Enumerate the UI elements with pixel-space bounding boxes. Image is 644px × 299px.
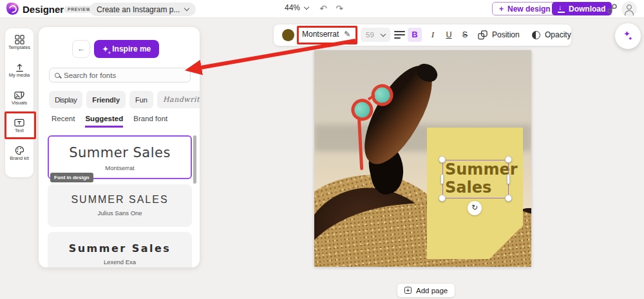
sidebar-item-my-media[interactable]: My media: [5, 63, 33, 88]
text-toolbar: Montserrat ✎ 59 B I U S Position Opacity: [274, 24, 571, 46]
tab-suggested[interactable]: Suggested: [85, 115, 123, 128]
resize-handle-e[interactable]: [507, 174, 510, 184]
resize-handle-w[interactable]: [440, 174, 444, 184]
redo-button[interactable]: ↷: [333, 2, 346, 15]
designer-logo-icon: [6, 3, 19, 15]
font-size-select[interactable]: 59: [361, 28, 390, 42]
top-bar: Designer PREVIEW Create an Instagram p..…: [0, 0, 644, 18]
chip-fun[interactable]: Fun: [129, 91, 153, 108]
chevron-down-icon: [184, 6, 189, 11]
design-canvas-page[interactable]: Summer Sales ↻: [314, 50, 531, 267]
strikethrough-button[interactable]: S: [458, 28, 472, 42]
document-title: Create an Instagram p...: [97, 5, 180, 14]
position-icon: [478, 30, 488, 40]
font-sample: Summer Sales: [48, 242, 192, 255]
tab-brand-font[interactable]: Brand font: [133, 115, 167, 128]
font-search-input[interactable]: [64, 72, 173, 79]
person-icon: [627, 5, 632, 10]
chip-handwritten[interactable]: Handwritten: [157, 91, 200, 108]
font-card-julius-sans-one[interactable]: SUMMER SALES Julius Sans One: [48, 184, 192, 227]
inspire-me-button[interactable]: ✦ Inspire me: [94, 40, 159, 58]
font-filter-chips: Display Friendly Fun Handwritten Mo: [49, 91, 200, 108]
left-sidebar: Templates My media Visuals Text: [5, 28, 33, 177]
text-color-swatch[interactable]: [282, 29, 294, 41]
palette-icon: [15, 146, 24, 155]
opacity-icon: [532, 31, 540, 39]
panel-scrollbar[interactable]: [193, 135, 196, 184]
templates-icon: [15, 35, 24, 44]
upload-icon: [15, 63, 24, 72]
font-card-montserrat[interactable]: Summer Sales Montserrat Font in design: [48, 135, 192, 179]
font-card-lexend-exa[interactable]: Summer Sales Lexend Exa: [48, 232, 192, 267]
font-sample: SUMMER SALES: [48, 194, 192, 206]
font-in-design-badge: Font in design: [50, 173, 93, 182]
ai-suggestions-button[interactable]: ✦ ✦: [615, 23, 641, 49]
resize-handle-sw[interactable]: [439, 195, 446, 202]
chip-display[interactable]: Display: [49, 91, 82, 108]
sidebar-item-text[interactable]: Text: [5, 118, 33, 144]
resize-handle-se[interactable]: [505, 195, 512, 202]
sidebar-item-templates[interactable]: Templates: [5, 35, 33, 61]
resize-handle-ne[interactable]: [505, 156, 512, 163]
font-tabs: Recent Suggested Brand font: [52, 115, 167, 128]
sparkle-icon: ✦: [102, 45, 108, 53]
sidebar-item-brand-kit[interactable]: Brand kit: [5, 146, 33, 171]
font-search-box: [49, 68, 191, 82]
visuals-icon: [14, 90, 24, 100]
undo-button[interactable]: ↶: [317, 2, 330, 15]
new-design-button[interactable]: + New design: [492, 2, 558, 15]
underline-button[interactable]: U: [442, 28, 456, 42]
italic-button[interactable]: I: [426, 28, 440, 42]
font-sample: Summer Sales: [49, 145, 191, 160]
zoom-value: 44%: [285, 3, 300, 12]
designer-app: Designer PREVIEW Create an Instagram p..…: [0, 0, 644, 299]
font-panel: ← ✦ Inspire me Display Friendly Fun Hand…: [39, 27, 200, 267]
chevron-down-icon: [304, 4, 309, 9]
connections-icon: [606, 3, 619, 15]
font-name-label: Julius Sans One: [48, 209, 192, 217]
rotate-handle[interactable]: ↻: [468, 201, 482, 215]
document-title-dropdown[interactable]: Create an Instagram p...: [90, 3, 196, 16]
bold-button[interactable]: B: [408, 28, 422, 42]
zoom-control[interactable]: 44%: [285, 3, 308, 12]
font-name-label: Montserrat: [49, 164, 191, 171]
text-icon: [14, 118, 24, 128]
tab-recent[interactable]: Recent: [52, 115, 75, 128]
resize-handle-nw[interactable]: [439, 156, 446, 163]
download-button[interactable]: Download: [552, 2, 612, 15]
account-button[interactable]: [621, 1, 637, 17]
position-button[interactable]: Position: [474, 28, 524, 42]
text-align-button[interactable]: [394, 31, 405, 39]
back-button[interactable]: ←: [72, 40, 90, 58]
connections-button[interactable]: [606, 3, 619, 15]
app-title: Designer: [23, 4, 64, 15]
search-icon: [55, 73, 60, 78]
sidebar-item-visuals[interactable]: Visuals: [5, 90, 33, 116]
add-page-icon: [404, 287, 412, 294]
font-name-button[interactable]: Montserrat ✎: [302, 30, 350, 39]
plus-icon: +: [499, 5, 504, 14]
pencil-icon: ✎: [344, 30, 350, 39]
opacity-button[interactable]: Opacity: [528, 28, 575, 42]
selection-box: [442, 160, 509, 198]
chevron-down-icon: [381, 31, 386, 36]
font-name-label: Lexend Exa: [48, 258, 192, 265]
add-page-button[interactable]: Add page: [397, 283, 455, 298]
chip-friendly[interactable]: Friendly: [86, 91, 126, 108]
download-icon: [558, 6, 564, 12]
